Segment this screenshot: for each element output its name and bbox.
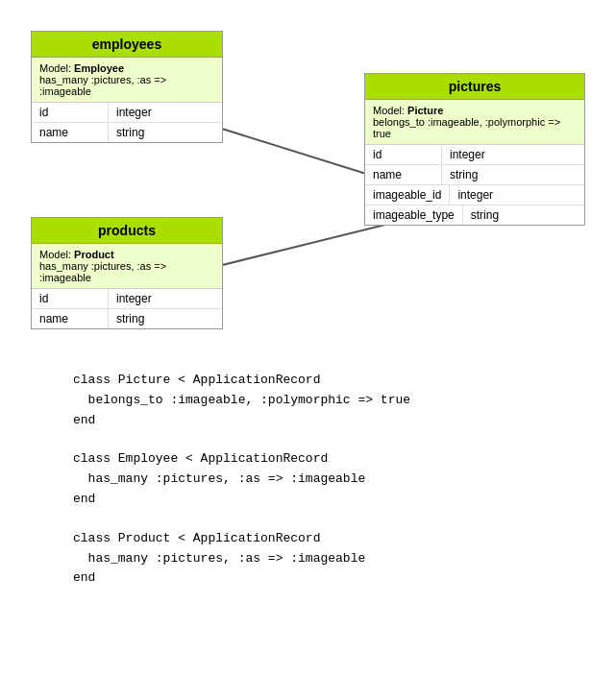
- col-type: integer: [442, 145, 493, 164]
- col-type: integer: [109, 103, 160, 122]
- table-row: id integer: [32, 103, 222, 123]
- col-name: imageable_id: [365, 185, 450, 205]
- code-section: class Picture < ApplicationRecord belong…: [15, 361, 601, 617]
- code-block-employee: class Employee < ApplicationRecord has_m…: [73, 449, 543, 509]
- col-name: imageable_type: [365, 205, 463, 225]
- col-name: id: [365, 145, 442, 164]
- code-block-product: class Product < ApplicationRecord has_ma…: [73, 529, 543, 589]
- col-name: name: [32, 123, 109, 142]
- code-line: has_many :pictures, :as => :imageable: [73, 470, 543, 490]
- col-type: string: [109, 309, 152, 328]
- code-line: class Picture < ApplicationRecord: [73, 371, 543, 391]
- products-header: products: [32, 218, 222, 244]
- col-name: id: [32, 103, 109, 122]
- employees-header: employees: [32, 32, 222, 58]
- products-box: products Model: Product has_many :pictur…: [31, 217, 223, 329]
- code-line: class Employee < ApplicationRecord: [73, 449, 543, 470]
- table-row: id integer: [32, 289, 222, 309]
- col-type: string: [442, 165, 485, 184]
- employees-rows: id integer name string: [32, 103, 222, 142]
- col-name: id: [32, 289, 109, 308]
- products-meta: Model: Product has_many :pictures, :as =…: [32, 244, 222, 289]
- pictures-header: pictures: [365, 74, 584, 100]
- col-type: integer: [109, 289, 160, 308]
- employees-meta: Model: Employee has_many :pictures, :as …: [32, 58, 222, 103]
- code-line: belongs_to :imageable, :polymorphic => t…: [73, 391, 543, 411]
- col-type: string: [109, 123, 152, 142]
- code-line: end: [73, 411, 543, 431]
- products-rows: id integer name string: [32, 289, 222, 328]
- col-type: string: [463, 205, 506, 225]
- code-block-picture: class Picture < ApplicationRecord belong…: [73, 371, 543, 430]
- table-row: name string: [32, 309, 222, 328]
- diagram: employees Model: Employee has_many :pict…: [15, 15, 601, 342]
- code-line: end: [73, 568, 543, 589]
- pictures-rows: id integer name string imageable_id inte…: [365, 145, 584, 225]
- table-row: imageable_id integer: [365, 185, 584, 205]
- table-row: name string: [32, 123, 222, 142]
- table-row: imageable_type string: [365, 205, 584, 225]
- col-type: integer: [450, 185, 501, 205]
- code-line: has_many :pictures, :as => :imageable: [73, 549, 543, 569]
- table-row: name string: [365, 165, 584, 185]
- col-name: name: [32, 309, 109, 328]
- employees-box: employees Model: Employee has_many :pict…: [31, 31, 223, 143]
- code-line: end: [73, 490, 543, 510]
- code-line: class Product < ApplicationRecord: [73, 529, 543, 549]
- pictures-meta: Model: Picture belongs_to :imageable, :p…: [365, 100, 584, 145]
- col-name: name: [365, 165, 442, 184]
- table-row: id integer: [365, 145, 584, 165]
- pictures-box: pictures Model: Picture belongs_to :imag…: [364, 73, 585, 226]
